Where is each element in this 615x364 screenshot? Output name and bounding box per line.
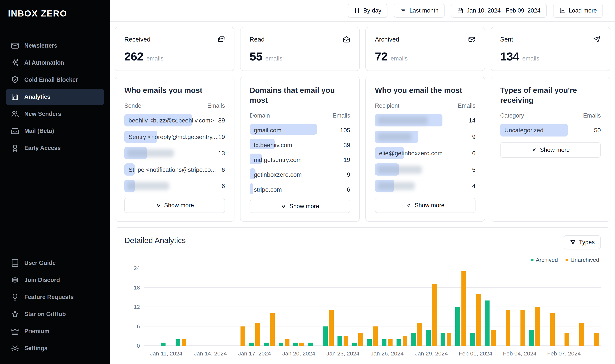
types-filter-button[interactable]: Types <box>564 235 601 249</box>
row-label: gmail.com <box>254 124 282 136</box>
bar-archived <box>323 326 328 346</box>
row-bar-track: md.getsentry.com <box>250 154 330 164</box>
sidebar-item-label: Join Discord <box>24 277 60 284</box>
row-value: 6 <box>221 180 225 192</box>
bar-unarchived <box>491 330 496 346</box>
row-value: 6 <box>221 163 225 176</box>
day-group-jan-25-2024 <box>365 268 380 346</box>
show-more-button[interactable]: Show more <box>124 198 225 213</box>
x-tick-label: Jan 11, 2024 <box>150 350 182 357</box>
day-group-feb-01-2024 <box>468 268 483 346</box>
table-row: tx.beehiiv.com39 <box>250 139 350 149</box>
row-value: 6 <box>472 147 476 159</box>
detailed-analytics-card: Detailed Analytics Types ArchivedUnarchi… <box>115 227 610 364</box>
card-title: Who you email the most <box>375 85 476 95</box>
bar-unarchived <box>241 326 245 346</box>
column-header: Emails <box>458 102 476 109</box>
stats-row: Received262emailsRead55emailsArchived72e… <box>115 27 610 71</box>
bar-unarchived <box>373 326 378 346</box>
lightbulb-icon <box>11 293 19 301</box>
stat-card-header: Archived <box>375 36 476 43</box>
stat-value: 72emails <box>375 50 476 63</box>
bar-unarchived <box>594 333 599 346</box>
sidebar-item-ai-automation[interactable]: AI Automation <box>6 55 104 71</box>
stat-value: 55emails <box>250 50 350 63</box>
stat-number: 134 <box>500 50 519 63</box>
show-more-button[interactable]: Show more <box>250 200 350 213</box>
chart-bars <box>144 268 601 346</box>
show-more-label: Show more <box>540 146 570 153</box>
stat-value: 262emails <box>124 50 225 63</box>
table-header: DomainEmails <box>250 112 350 119</box>
day-group-jan-21-2024 <box>306 268 321 346</box>
sidebar-item-cold-email-blocker[interactable]: Cold Email Blocker <box>6 72 104 88</box>
sidebar-item-premium[interactable]: Premium <box>6 323 104 339</box>
y-tick-label: 18 <box>134 284 140 291</box>
sidebar-item-label: Cold Email Blocker <box>24 76 78 83</box>
app-root: INBOX ZERO NewslettersAI AutomationCold … <box>0 0 615 364</box>
sidebar-nav: NewslettersAI AutomationCold Email Block… <box>6 38 104 156</box>
sidebar-item-user-guide[interactable]: User Guide <box>6 255 104 271</box>
table-row: Sentry <noreply@md.getsentry....19 <box>124 131 225 143</box>
column-header: Domain <box>250 112 270 119</box>
stat-number: 72 <box>375 50 388 63</box>
table-header: CategoryEmails <box>500 112 601 119</box>
bar-unarchived <box>255 323 260 346</box>
sidebar-item-mail-beta[interactable]: Mail (Beta) <box>6 123 104 139</box>
card-recipients: Who you email the mostRecipientEmails149… <box>365 77 485 222</box>
stat-card-header: Sent <box>500 36 601 43</box>
day-group-feb-06-2024 <box>542 268 557 346</box>
stat-card-received: Received262emails <box>115 27 234 71</box>
y-tick-label: 0 <box>137 343 140 349</box>
row-bar-track <box>124 180 205 192</box>
bar-archived <box>161 343 165 346</box>
jan-10-2024-feb-09-2024-button[interactable]: Jan 10, 2024 - Feb 09, 2024 <box>451 4 547 18</box>
bar-unarchived <box>447 333 451 346</box>
sidebar-item-early-access[interactable]: Early Access <box>6 140 104 156</box>
day-group-jan-18-2024 <box>262 268 277 346</box>
sidebar-item-new-senders[interactable]: New Senders <box>6 106 104 122</box>
sidebar-item-label: Star on GitHub <box>24 311 66 318</box>
sidebar-item-join-discord[interactable]: Join Discord <box>6 272 104 288</box>
bar-archived <box>367 339 372 346</box>
row-bar-track <box>375 114 456 127</box>
bar-archived <box>440 333 445 346</box>
table-header: SenderEmails <box>124 102 225 109</box>
day-group-jan-23-2024 <box>336 268 350 346</box>
sidebar-item-label: Early Access <box>24 145 61 152</box>
legend-label: Archived <box>536 257 558 263</box>
sidebar-item-star-on-github[interactable]: Star on GitHub <box>6 306 104 322</box>
day-group-jan-22-2024 <box>321 268 336 346</box>
bar-archived <box>396 339 401 346</box>
chart-load-icon <box>559 7 566 14</box>
bar-unarchived <box>579 323 584 346</box>
row-bar <box>250 183 253 194</box>
day-group-jan-27-2024 <box>395 268 409 346</box>
show-more-button[interactable]: Show more <box>500 142 601 158</box>
bar-unarchived <box>285 339 289 346</box>
show-more-button[interactable]: Show more <box>375 198 476 213</box>
sidebar-item-analytics[interactable]: Analytics <box>6 89 104 105</box>
legend-dot <box>531 259 533 261</box>
by-day-button[interactable]: By day <box>348 4 387 18</box>
chevrons-down-icon <box>406 202 412 208</box>
chart-plot-area: Jan 11, 2024Jan 14, 2024Jan 17, 2024Jan … <box>144 268 601 362</box>
chevrons-down-icon <box>155 202 161 208</box>
row-bar-track: stripe.com <box>250 183 330 194</box>
x-tick-label: Jan 14, 2024 <box>194 350 227 357</box>
card-title: Types of email you're receiving <box>500 85 601 105</box>
day-group-jan-26-2024 <box>380 268 395 346</box>
bar-archived <box>293 343 298 346</box>
stat-value: 134emails <box>500 50 601 63</box>
sidebar-item-label: Feature Requests <box>24 294 74 300</box>
sidebar-item-newsletters[interactable]: Newsletters <box>6 38 104 54</box>
sidebar-item-label: Premium <box>24 328 50 335</box>
last-month-button[interactable]: Last month <box>394 4 445 18</box>
load-more-button[interactable]: Load more <box>553 4 603 18</box>
day-group-feb-02-2024 <box>483 268 498 346</box>
stat-card-sent: Sent134emails <box>491 27 610 71</box>
sidebar-item-feature-requests[interactable]: Feature Requests <box>6 289 104 305</box>
bar-unarchived <box>550 313 555 346</box>
chart-plot <box>144 268 601 346</box>
sidebar-item-settings[interactable]: Settings <box>6 340 104 356</box>
